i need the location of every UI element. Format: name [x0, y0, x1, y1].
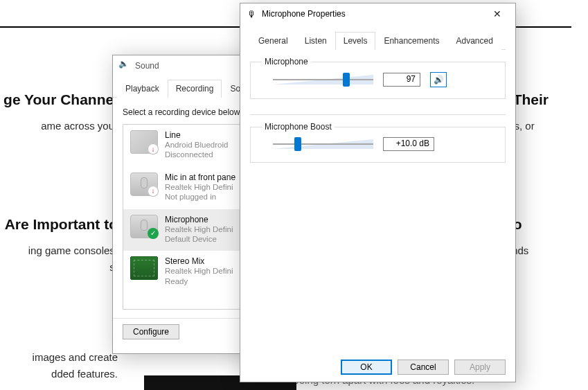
- device-desc: Realtek High Defini: [165, 224, 233, 234]
- device-status: Default Device: [165, 234, 233, 244]
- microphone-level-group: Microphone 97 🔊: [250, 57, 506, 99]
- close-button[interactable]: ✕: [483, 4, 511, 24]
- microphone-boost-slider[interactable]: [273, 137, 373, 151]
- microphone-icon: ↓: [130, 172, 158, 196]
- arrow-down-icon: ↓: [148, 186, 159, 197]
- device-desc: Realtek High Defini: [165, 182, 235, 192]
- device-name: Mic in at front pane: [165, 172, 235, 182]
- tab-enhancements[interactable]: Enhancements: [375, 32, 447, 50]
- arrow-down-icon: ↓: [148, 143, 159, 154]
- device-desc: Android Bluedroid: [165, 140, 228, 150]
- sound-card-icon: [130, 256, 158, 280]
- microphone-icon: ✓: [130, 215, 158, 238]
- paragraph: dded features.: [0, 366, 118, 382]
- tab-advanced[interactable]: Advanced: [447, 32, 501, 50]
- device-status: Ready: [165, 276, 233, 286]
- tab-playback[interactable]: Playback: [117, 80, 168, 98]
- group-label: Microphone Boost: [262, 122, 335, 132]
- paragraph: ame across your: [0, 118, 118, 134]
- device-status: Disconnected: [165, 150, 228, 159]
- microphone-icon: [247, 9, 256, 19]
- microphone-boost-group: Microphone Boost +10.0 dB: [250, 122, 506, 163]
- group-label: Microphone: [262, 57, 311, 67]
- titlebar[interactable]: Microphone Properties ✕: [240, 3, 515, 24]
- tab-recording[interactable]: Recording: [168, 80, 222, 98]
- microphone-boost-value[interactable]: +10.0 dB: [383, 137, 434, 151]
- ok-button[interactable]: OK: [341, 360, 392, 375]
- window-title: Microphone Properties: [262, 9, 346, 19]
- device-name: Line: [165, 130, 228, 140]
- tab-general[interactable]: General: [250, 32, 296, 50]
- paragraph: ing game consoles.: [0, 243, 118, 258]
- window-title: Sound: [135, 61, 159, 71]
- device-name: Stereo Mix: [165, 256, 233, 266]
- microphone-level-value[interactable]: 97: [383, 73, 420, 87]
- tab-listen[interactable]: Listen: [296, 32, 335, 50]
- divider: [250, 114, 506, 115]
- check-icon: ✓: [148, 228, 159, 239]
- tab-levels[interactable]: Levels: [335, 32, 376, 50]
- configure-button[interactable]: Configure: [123, 324, 179, 339]
- line-in-icon: ↓: [130, 130, 158, 154]
- paragraph: s.: [0, 260, 118, 275]
- microphone-level-slider[interactable]: [273, 73, 373, 87]
- footer: OK Cancel Apply: [341, 360, 506, 375]
- cancel-button[interactable]: Cancel: [398, 360, 449, 375]
- microphone-properties-window: Microphone Properties ✕ General Listen L…: [240, 3, 516, 382]
- mute-button[interactable]: 🔊: [430, 72, 447, 87]
- device-name: Microphone: [165, 215, 233, 224]
- speaker-icon: 🔊: [434, 75, 444, 85]
- speaker-icon: [120, 61, 130, 71]
- tabstrip: General Listen Levels Enhancements Advan…: [250, 31, 506, 50]
- device-status: Not plugged in: [165, 192, 235, 202]
- device-desc: Realtek High Defini: [165, 266, 233, 276]
- apply-button[interactable]: Apply: [454, 360, 506, 375]
- heading: Are Important to: [0, 216, 118, 233]
- heading: ge Your Channel: [0, 91, 118, 108]
- paragraph: images and create: [0, 350, 118, 365]
